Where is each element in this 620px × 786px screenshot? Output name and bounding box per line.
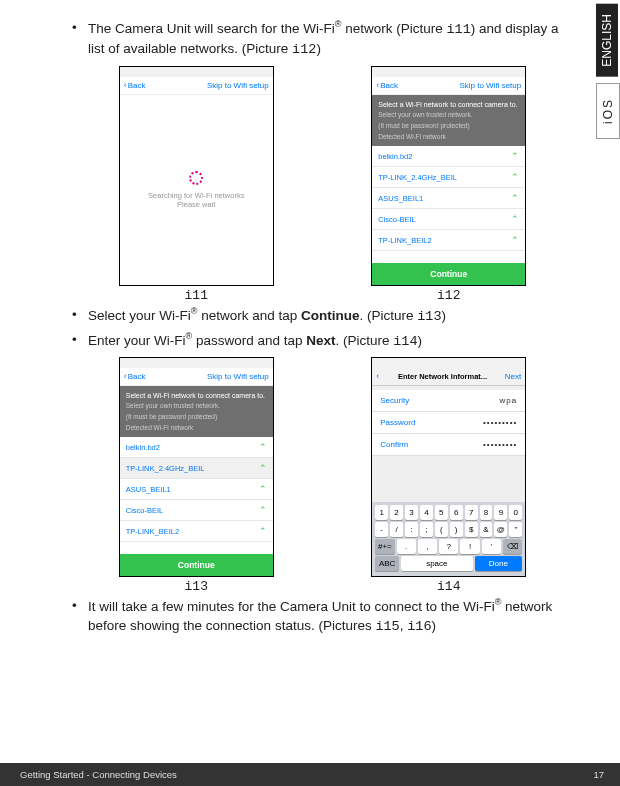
figure-label-i11: i11 xyxy=(185,288,208,303)
network-header: Select a Wi-Fi network to connect camera… xyxy=(372,95,525,147)
wifi-icon: ⌃ xyxy=(511,235,519,245)
key[interactable]: & xyxy=(480,522,493,537)
network-list: belkin.bd2⌃ TP-LINK_2.4GHz_BEIL⌃ ASUS_BE… xyxy=(372,146,525,262)
bullet-3: Enter your Wi-Fi® password and tap Next.… xyxy=(70,330,575,351)
key[interactable]: ? xyxy=(439,539,458,554)
skip-link[interactable]: Skip to Wifi setup xyxy=(207,372,269,381)
please-wait-text: Please wait xyxy=(177,200,215,209)
security-row[interactable]: Securitywpa xyxy=(372,390,525,412)
password-row[interactable]: Password••••••••• xyxy=(372,412,525,434)
key-done[interactable]: Done xyxy=(475,556,523,571)
wifi-icon: ⌃ xyxy=(259,505,267,515)
continue-button[interactable]: Continue xyxy=(120,554,273,576)
page-content: The Camera Unit will search for the Wi-F… xyxy=(0,0,620,636)
phone-i11: ‹Back Skip to Wifi setup Searching for W… xyxy=(119,66,274,286)
wifi-icon: ⌃ xyxy=(259,526,267,536)
next-button[interactable]: Next xyxy=(505,372,521,381)
network-header: Select a Wi-Fi network to connect camera… xyxy=(120,386,273,438)
key[interactable]: - xyxy=(375,522,388,537)
skip-link[interactable]: Skip to Wifi setup xyxy=(459,81,521,90)
key[interactable]: 3 xyxy=(405,505,418,520)
figure-label-i14: i14 xyxy=(437,579,460,594)
tab-language: ENGLISH xyxy=(596,4,618,77)
side-tabs: ENGLISH iOS xyxy=(596,4,620,139)
keyboard: 1234567890 -/:;()$&@" #+= .,?!' ⌫ ABC sp… xyxy=(372,502,525,576)
back-button[interactable]: ‹Back xyxy=(124,80,146,90)
chevron-left-icon: ‹ xyxy=(124,80,127,90)
skip-link[interactable]: Skip to Wifi setup xyxy=(207,81,269,90)
footer-breadcrumb: Getting Started - Connecting Devices xyxy=(20,769,177,780)
key-shift[interactable]: #+= xyxy=(375,539,394,554)
page-number: 17 xyxy=(593,769,604,780)
key[interactable]: ( xyxy=(435,522,448,537)
key[interactable]: ! xyxy=(460,539,479,554)
key[interactable]: . xyxy=(397,539,416,554)
key-backspace[interactable]: ⌫ xyxy=(503,539,522,554)
figure-i14: ‹ Enter Network Informat... Next Securit… xyxy=(371,357,526,594)
phone-i12: ‹Back Skip to Wifi setup Select a Wi-Fi … xyxy=(371,66,526,286)
searching-text: Searching for Wi-Fi networks xyxy=(148,191,244,200)
wifi-icon: ⌃ xyxy=(511,151,519,161)
network-row[interactable]: belkin.bd2⌃ xyxy=(372,146,525,167)
network-row[interactable]: TP-LINK_BEIL2⌃ xyxy=(120,521,273,542)
key[interactable]: 1 xyxy=(375,505,388,520)
key-abc[interactable]: ABC xyxy=(375,556,399,571)
figure-label-i13: i13 xyxy=(185,579,208,594)
wifi-icon: ⌃ xyxy=(511,172,519,182)
key[interactable]: ) xyxy=(450,522,463,537)
network-row[interactable]: Cisco-BEIL⌃ xyxy=(120,500,273,521)
key[interactable]: ' xyxy=(482,539,501,554)
key[interactable]: ; xyxy=(420,522,433,537)
phone-i14: ‹ Enter Network Informat... Next Securit… xyxy=(371,357,526,577)
wifi-icon: ⌃ xyxy=(259,484,267,494)
key[interactable]: 9 xyxy=(494,505,507,520)
key-space[interactable]: space xyxy=(401,556,473,571)
figure-i12: ‹Back Skip to Wifi setup Select a Wi-Fi … xyxy=(371,66,526,303)
key[interactable]: : xyxy=(405,522,418,537)
key[interactable]: @ xyxy=(494,522,507,537)
key[interactable]: " xyxy=(509,522,522,537)
network-row[interactable]: ASUS_BEIL1⌃ xyxy=(372,188,525,209)
network-row[interactable]: ASUS_BEIL1⌃ xyxy=(120,479,273,500)
key[interactable]: , xyxy=(418,539,437,554)
confirm-row[interactable]: Confirm••••••••• xyxy=(372,434,525,456)
key[interactable]: / xyxy=(390,522,403,537)
chevron-left-icon: ‹ xyxy=(376,371,379,381)
key[interactable]: 7 xyxy=(465,505,478,520)
network-row-selected[interactable]: TP-LINK_2.4GHz_BEIL⌃ xyxy=(120,458,273,479)
figure-i11: ‹Back Skip to Wifi setup Searching for W… xyxy=(119,66,274,303)
tab-os: iOS xyxy=(596,83,620,139)
key[interactable]: 6 xyxy=(450,505,463,520)
wifi-icon: ⌃ xyxy=(259,442,267,452)
key[interactable]: 4 xyxy=(420,505,433,520)
key[interactable]: 8 xyxy=(480,505,493,520)
back-button[interactable]: ‹Back xyxy=(124,371,146,381)
network-row[interactable]: TP-LINK_BEIL2⌃ xyxy=(372,230,525,251)
chevron-left-icon: ‹ xyxy=(376,80,379,90)
wifi-icon: ⌃ xyxy=(511,193,519,203)
key[interactable]: 5 xyxy=(435,505,448,520)
bullet-4: It will take a few minutes for the Camer… xyxy=(70,596,575,637)
nav-title: Enter Network Informat... xyxy=(380,372,505,381)
bullet-1: The Camera Unit will search for the Wi-F… xyxy=(70,18,575,60)
key[interactable]: 2 xyxy=(390,505,403,520)
back-button[interactable]: ‹Back xyxy=(376,80,398,90)
page-footer: Getting Started - Connecting Devices 17 xyxy=(0,763,620,786)
key[interactable]: 0 xyxy=(509,505,522,520)
figure-i13: ‹Back Skip to Wifi setup Select a Wi-Fi … xyxy=(119,357,274,594)
spinner-icon xyxy=(189,171,203,185)
chevron-left-icon: ‹ xyxy=(124,371,127,381)
network-row[interactable]: Cisco-BEIL⌃ xyxy=(372,209,525,230)
continue-button[interactable]: Continue xyxy=(372,263,525,285)
network-row[interactable]: belkin.bd2⌃ xyxy=(120,437,273,458)
key[interactable]: $ xyxy=(465,522,478,537)
network-list: belkin.bd2⌃ TP-LINK_2.4GHz_BEIL⌃ ASUS_BE… xyxy=(120,437,273,553)
wifi-icon: ⌃ xyxy=(259,463,267,473)
figure-label-i12: i12 xyxy=(437,288,460,303)
phone-i13: ‹Back Skip to Wifi setup Select a Wi-Fi … xyxy=(119,357,274,577)
network-row[interactable]: TP-LINK_2.4GHz_BEIL⌃ xyxy=(372,167,525,188)
bullet-2: Select your Wi-Fi® network and tap Conti… xyxy=(70,305,575,326)
wifi-icon: ⌃ xyxy=(511,214,519,224)
